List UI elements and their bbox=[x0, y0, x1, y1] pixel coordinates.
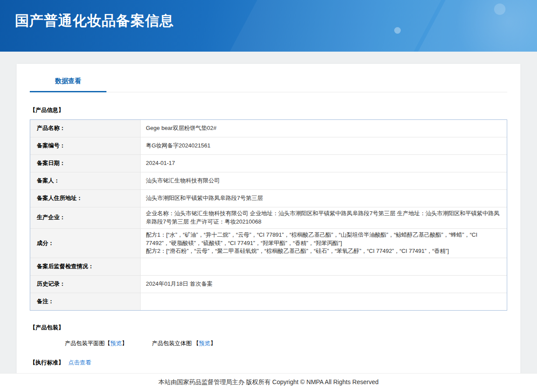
table-row-registrant: 备案人： 汕头市铭汇生物科技有限公司 bbox=[30, 172, 507, 190]
row-label: 备案人住所地址： bbox=[30, 190, 141, 207]
row-value: 企业名称：汕头市铭汇生物科技有限公司 企业地址：汕头市潮阳区和平镇紫中路凤皋路段… bbox=[141, 207, 507, 229]
packaging-flat-bracket: 】 bbox=[122, 340, 127, 346]
page-title: 国产普通化妆品备案信息 bbox=[15, 11, 174, 31]
packaging-stereo-item: 产品包装立体图 【预览】 bbox=[152, 340, 216, 347]
banner-decoration-glow bbox=[456, 0, 537, 52]
banner-decoration-dot bbox=[394, 27, 401, 34]
packaging-flat-preview-link[interactable]: 预览 bbox=[110, 340, 122, 346]
row-value: 2024-01-17 bbox=[141, 155, 507, 172]
row-label: 备案人： bbox=[30, 172, 141, 190]
table-row-supervision: 备案后监督检查情况： bbox=[30, 258, 507, 276]
table-row-registrant-address: 备案人住所地址： 汕头市潮阳区和平镇紫中路凤皋路段7号第三层 bbox=[30, 190, 507, 207]
standard-row: 【执行标准】点击查看 bbox=[30, 359, 507, 367]
product-info-table: 产品名称： Gege bear双层粉饼气垫02# 备案编号： 粤G妆网备字202… bbox=[30, 119, 507, 311]
content-card: 数据查看 【产品信息】 产品名称： Gege bear双层粉饼气垫02# 备案编… bbox=[17, 64, 520, 392]
row-label: 备注： bbox=[30, 293, 141, 311]
packaging-section-title: 【产品包装】 bbox=[30, 324, 507, 332]
packaging-stereo-preview-link[interactable]: 预览 bbox=[199, 340, 210, 346]
packaging-stereo-bracket: 】 bbox=[210, 340, 216, 346]
banner-decoration-streak bbox=[211, 0, 455, 52]
row-label: 生产企业： bbox=[30, 207, 141, 229]
row-value: 粤G妆网备字2024021561 bbox=[141, 137, 507, 155]
row-label: 备案日期： bbox=[30, 155, 141, 172]
table-row-ingredients: 成分： 配方1：[“水”，“矿油”，“异十二烷”，“云母”，“CI 77891”… bbox=[30, 228, 507, 258]
page-header-banner: 国产普通化妆品备案信息 bbox=[0, 0, 537, 52]
tab-data-view[interactable]: 数据查看 bbox=[30, 75, 106, 92]
row-label: 历史记录： bbox=[30, 276, 141, 293]
row-value: 配方1：[“水”，“矿油”，“异十二烷”，“云母”，“CI 77891”，“棕榈… bbox=[141, 228, 507, 258]
row-value: Gege bear双层粉饼气垫02# bbox=[141, 120, 507, 137]
row-value bbox=[141, 293, 507, 311]
row-label: 备案后监督检查情况： bbox=[30, 258, 141, 276]
table-row-product-name: 产品名称： Gege bear双层粉饼气垫02# bbox=[30, 120, 507, 137]
row-value bbox=[141, 258, 507, 276]
row-label: 产品名称： bbox=[30, 120, 141, 137]
table-row-record-number: 备案编号： 粤G妆网备字2024021561 bbox=[30, 137, 507, 155]
row-label: 成分： bbox=[30, 228, 141, 258]
standard-view-link[interactable]: 点击查看 bbox=[68, 359, 91, 366]
packaging-stereo-label: 产品包装立体图 【 bbox=[152, 340, 199, 346]
packaging-flat-label: 产品包装平面图【 bbox=[65, 340, 110, 346]
row-value: 2024年01月18日 首次备案 bbox=[141, 276, 507, 293]
table-row-history: 历史记录： 2024年01月18日 首次备案 bbox=[30, 276, 507, 293]
footer-copyright-text: 本站由国家药品监督管理局主办 版权所有 Copyright © NMPA All… bbox=[159, 378, 378, 385]
banner-decoration-streak bbox=[399, 0, 537, 52]
product-info-section-title: 【产品信息】 bbox=[30, 106, 507, 114]
page-footer: 本站由国家药品监督管理局主办 版权所有 Copyright © NMPA All… bbox=[0, 373, 537, 392]
row-label: 备案编号： bbox=[30, 137, 141, 155]
page-body: 数据查看 【产品信息】 产品名称： Gege bear双层粉饼气垫02# 备案编… bbox=[0, 52, 537, 392]
tab-bar: 数据查看 bbox=[30, 75, 507, 92]
packaging-row: 产品包装平面图【预览】 产品包装立体图 【预览】 bbox=[65, 340, 507, 347]
row-value: 汕头市铭汇生物科技有限公司 bbox=[141, 172, 507, 190]
packaging-flat-item: 产品包装平面图【预览】 bbox=[65, 340, 127, 347]
row-value: 汕头市潮阳区和平镇紫中路凤皋路段7号第三层 bbox=[141, 190, 507, 207]
standard-label: 【执行标准】 bbox=[30, 359, 64, 366]
banner-decoration-dot bbox=[494, 4, 505, 15]
table-row-record-date: 备案日期： 2024-01-17 bbox=[30, 155, 507, 172]
table-row-remarks: 备注： bbox=[30, 293, 507, 311]
table-row-manufacturer: 生产企业： 企业名称：汕头市铭汇生物科技有限公司 企业地址：汕头市潮阳区和平镇紫… bbox=[30, 207, 507, 229]
